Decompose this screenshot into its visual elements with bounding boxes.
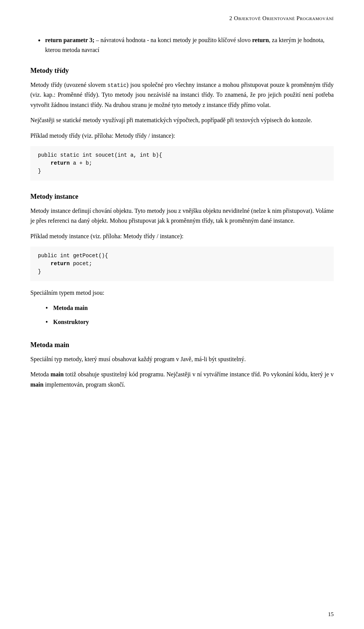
code-block-1: public static int soucet(int a, int b){ … — [30, 146, 334, 181]
metody-instance-heading: Metody instance — [30, 191, 334, 202]
return-bold-label: return parametr 3; — [45, 37, 94, 43]
sub-bullet-dot-1: • — [46, 303, 48, 313]
page-header: 2 Objektově Orientované Programování — [30, 15, 334, 22]
return-bullet-text: return parametr 3; – návratová hodnota -… — [45, 35, 334, 55]
sub-bullet-dot-2: • — [46, 317, 48, 327]
metoda-main-bold: main — [50, 371, 64, 377]
return-bold-return: return — [252, 37, 269, 43]
specialnim-paragraph: Speciálním typem metod jsou: — [30, 288, 334, 298]
metody-instance-paragraph: Metody instance definují chování objektu… — [30, 206, 334, 226]
code1-return-keyword: return — [51, 160, 70, 166]
metody-tridy-paragraph: Metody třídy (uvozené slovem static) jso… — [30, 80, 334, 110]
main-content: • return parametr 3; – návratová hodnota… — [30, 35, 334, 390]
priklad-instance-label: Příklad metody instance (viz. příloha: M… — [30, 231, 334, 241]
metoda-main-para2-end: implementován, program skončí. — [44, 381, 126, 388]
sub-bullets: • Metoda main • Konstruktory — [30, 303, 334, 327]
page-number: 15 — [328, 611, 334, 618]
priklad-tridy-label: Příklad metody třídy (viz. příloha: Meto… — [30, 131, 334, 141]
metoda-main-para2-mid: totiž obsahuje spustitelný kód programu.… — [64, 371, 334, 377]
header-title: 2 Objektově Orientované Programování — [229, 15, 334, 21]
bullet-konstruktory-label: Konstruktory — [53, 317, 89, 327]
bullet-metoda-main: • Metoda main — [46, 303, 334, 313]
static-code: static — [107, 82, 126, 88]
metoda-main-para1: Speciální typ metody, který musí obsahov… — [30, 354, 334, 364]
metoda-main-para2-start: Metoda — [30, 371, 50, 377]
metody-tridy-heading: Metody třídy — [30, 65, 334, 76]
metoda-main-bold2: main — [30, 381, 44, 388]
bullet-metoda-main-label: Metoda main — [53, 303, 88, 313]
page: 2 Objektově Orientované Programování • r… — [0, 0, 364, 629]
bullet-dot: • — [38, 35, 41, 46]
code2-return-keyword: return — [51, 261, 70, 267]
code-block-2: public int getPocet(){ return pocet; } — [30, 247, 334, 281]
metoda-main-heading: Metoda main — [30, 340, 334, 351]
return-bullet-section: • return parametr 3; – návratová hodnota… — [30, 35, 334, 55]
code1-line1-prefix: public static int soucet(int a, int b){ … — [38, 152, 162, 174]
return-bullet-item: • return parametr 3; – návratová hodnota… — [30, 35, 334, 55]
metoda-main-para2: Metoda main totiž obsahuje spustitelný k… — [30, 370, 334, 390]
return-text-before: – návratová hodnota - na konci metody je… — [94, 37, 252, 43]
bullet-konstruktory: • Konstruktory — [46, 317, 334, 327]
nejcasteji-paragraph: Nejčastěji se statické metody využívají … — [30, 115, 334, 125]
